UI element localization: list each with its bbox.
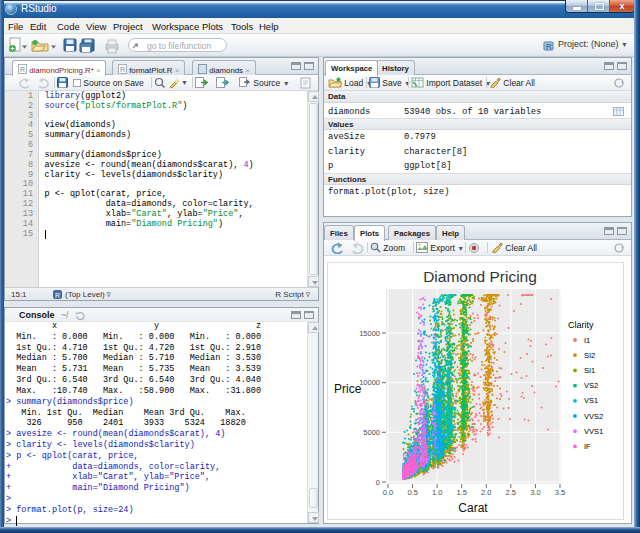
svg-text:VVS1: VVS1 — [584, 427, 603, 436]
svg-text:10000: 10000 — [359, 378, 380, 387]
svg-text:0: 0 — [376, 478, 380, 487]
svg-text:SI1: SI1 — [584, 366, 595, 375]
svg-text:IF: IF — [584, 442, 591, 451]
svg-text:2.5: 2.5 — [506, 488, 516, 497]
svg-text:1.0: 1.0 — [432, 488, 442, 497]
svg-text:R: R — [120, 66, 125, 73]
svg-text:VVS2: VVS2 — [584, 412, 603, 421]
svg-text:1.5: 1.5 — [456, 488, 466, 497]
svg-text:3.0: 3.0 — [530, 488, 540, 497]
svg-text:0.0: 0.0 — [383, 488, 393, 497]
svg-text:3.5: 3.5 — [555, 488, 565, 497]
svg-text:VS1: VS1 — [584, 396, 598, 405]
svg-text:15000: 15000 — [359, 329, 380, 338]
svg-text:VS2: VS2 — [584, 381, 598, 390]
svg-text:2.0: 2.0 — [481, 488, 491, 497]
svg-text:5000: 5000 — [363, 428, 380, 437]
svg-text:SI2: SI2 — [584, 351, 595, 360]
svg-text:R: R — [546, 42, 552, 51]
svg-text:Diamond Pricing: Diamond Pricing — [423, 268, 537, 285]
svg-text:R: R — [20, 66, 25, 73]
svg-text:Clarity: Clarity — [568, 320, 594, 330]
svg-text:0.5: 0.5 — [407, 488, 417, 497]
svg-text:Carat: Carat — [458, 501, 488, 515]
svg-text:I1: I1 — [584, 336, 590, 345]
svg-text:R: R — [55, 292, 60, 299]
svg-text:Price: Price — [334, 382, 362, 396]
